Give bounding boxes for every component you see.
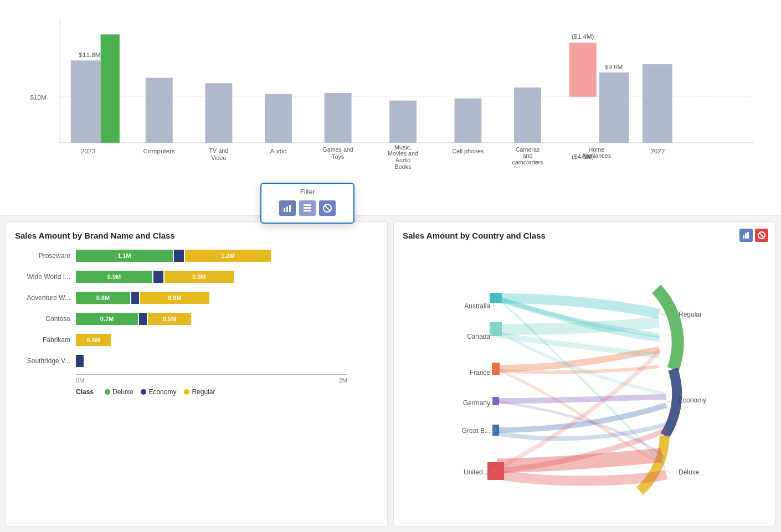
legend-economy: Economy <box>141 388 176 396</box>
right-panel-cancel-btn[interactable] <box>755 229 768 242</box>
bar-proseware-gold[interactable]: 1.2M <box>185 250 271 262</box>
xlabel-camcorders: camcorders <box>512 159 543 166</box>
class-regular: Regular <box>679 311 702 318</box>
left-panel-title: Sales Amount by Brand Name and Class <box>15 231 378 240</box>
left-panel: Sales Amount by Brand Name and Class Pro… <box>6 221 388 526</box>
filter-block-btn[interactable] <box>319 200 336 216</box>
ribbon-france-regular <box>497 350 659 368</box>
legend-dot-deluxe <box>105 389 110 395</box>
chord-chart-container: Australia Canada France Germany Great B.… <box>403 248 766 512</box>
filter-bar-chart-btn[interactable] <box>279 200 296 216</box>
panel-icons-top <box>739 229 768 242</box>
country-australia: Australia <box>464 302 490 310</box>
bar-2023-gray[interactable] <box>71 60 101 143</box>
dashboard: $10M $11.8M ($1.4M) <box>0 0 781 532</box>
hbar-label-proseware: Proseware <box>15 252 76 260</box>
hbar-bars-fabrikam: 0.4M <box>76 334 111 346</box>
legend-regular: Regular <box>184 388 215 396</box>
hbar-label-contoso: Contoso <box>15 315 76 323</box>
y-axis-label: $10M <box>30 94 46 101</box>
hbar-bars-wide-world: 0.9M 0.9M <box>76 271 234 283</box>
bar-2022[interactable] <box>643 64 672 143</box>
ribbon-germany-economy <box>497 397 666 401</box>
xlabel-audio: Audio <box>270 148 287 155</box>
hbar-label-wide-world: Wide World I... <box>15 273 76 281</box>
bar-contoso-gold[interactable]: 0.5M <box>148 313 191 325</box>
bar-contoso-green[interactable]: 0.7M <box>76 313 138 325</box>
hbar-row-wide-world: Wide World I... 0.9M 0.9M <box>15 269 378 285</box>
hbar-chart: Proseware 1.1M 1.2M Wide World I... 0.9M… <box>15 248 378 418</box>
country-united: United ... <box>464 468 490 476</box>
svg-rect-7 <box>304 204 311 206</box>
xlabel-games: Games and <box>322 146 353 153</box>
bar-adventure-green[interactable]: 0.6M <box>76 292 130 304</box>
legend: Class Deluxe Economy Regular <box>76 388 378 396</box>
hbar-row-proseware: Proseware 1.1M 1.2M <box>15 248 378 264</box>
bar-adventure-navy[interactable] <box>131 292 139 304</box>
xlabel-appliances: Appliances <box>582 152 611 159</box>
bar-audio[interactable] <box>265 94 292 143</box>
bar-computers[interactable] <box>146 78 173 143</box>
country-france: France <box>470 369 491 376</box>
axis-label-0m: 0M <box>76 377 212 384</box>
country-great-britain: Great B... <box>462 427 490 435</box>
xlabel-and: and <box>523 152 533 159</box>
arc-regular <box>656 289 678 369</box>
filter-popup-icons <box>268 200 347 216</box>
hbar-label-adventure: Adventure W... <box>15 294 76 302</box>
bar-cameras[interactable] <box>514 87 541 143</box>
bar-home-appliances-pink[interactable] <box>569 43 597 97</box>
bar-wide-world-gold[interactable]: 0.9M <box>165 271 234 283</box>
hbar-row-adventure: Adventure W... 0.6M 0.9M <box>15 290 378 306</box>
svg-rect-13 <box>745 233 747 239</box>
legend-dot-economy <box>141 389 146 395</box>
bar-proseware-navy[interactable] <box>174 250 184 262</box>
bar-wide-world-green[interactable]: 0.9M <box>76 271 152 283</box>
bar-games-toys[interactable] <box>325 93 352 143</box>
bar-2023-green[interactable] <box>101 34 120 143</box>
filter-popup-title: Filter <box>268 188 347 196</box>
top-bar-chart: $10M $11.8M ($1.4M) <box>17 11 764 172</box>
filter-table-btn[interactable] <box>299 200 316 216</box>
bar-fabrikam-gold[interactable]: 0.4M <box>76 334 111 346</box>
right-panel-title: Sales Amount by Country and Class <box>403 231 766 240</box>
hbar-label-southridge: Southridge V... <box>15 357 76 365</box>
svg-rect-8 <box>304 207 311 209</box>
svg-rect-12 <box>743 235 744 239</box>
svg-rect-4 <box>284 208 285 212</box>
svg-line-11 <box>325 205 330 211</box>
xlabel-books: Books <box>395 163 412 170</box>
bar-southridge-navy[interactable] <box>76 355 84 367</box>
xlabel-music: Music, <box>394 144 412 151</box>
svg-rect-5 <box>286 206 288 212</box>
legend-label-economy: Economy <box>148 388 176 396</box>
bar-wide-world-navy[interactable] <box>153 271 163 283</box>
hbar-label-fabrikam: Fabrikam <box>15 336 76 344</box>
bar-home-appliances-gray[interactable] <box>599 73 629 143</box>
bottom-panels: Sales Amount by Brand Name and Class Pro… <box>0 216 781 532</box>
bar-adventure-gold[interactable]: 0.9M <box>140 292 209 304</box>
xlabel-toys: Toys <box>332 153 344 160</box>
svg-rect-14 <box>747 232 749 239</box>
bar-tv-video[interactable] <box>205 83 232 143</box>
class-deluxe: Deluxe <box>679 468 700 476</box>
bar-music[interactable] <box>389 101 417 143</box>
connector-deluxe <box>666 470 670 473</box>
bar-contoso-navy[interactable] <box>139 313 147 325</box>
xlabel-tv-video: TV and <box>209 147 229 154</box>
ribbon-united-deluxe2 <box>497 474 666 481</box>
axis-label-2m: 2M <box>212 377 347 384</box>
bar-cell-phones[interactable] <box>454 99 481 143</box>
xlabel-movies: Movies and <box>388 150 418 157</box>
legend-deluxe: Deluxe <box>105 388 133 396</box>
xlabel-2022: 2022 <box>650 148 665 155</box>
value-neg-1.4m: ($1.4M) <box>572 33 594 40</box>
right-panel-chart-btn[interactable] <box>739 229 753 242</box>
country-germany: Germany <box>463 399 490 407</box>
chord-svg: Australia Canada France Germany Great B.… <box>440 259 728 502</box>
svg-rect-9 <box>304 210 311 211</box>
legend-label-regular: Regular <box>192 388 215 396</box>
bar-proseware-green[interactable]: 1.1M <box>76 250 173 262</box>
xlabel-video: Video <box>211 154 226 161</box>
xlabel-home: Home <box>588 146 604 153</box>
